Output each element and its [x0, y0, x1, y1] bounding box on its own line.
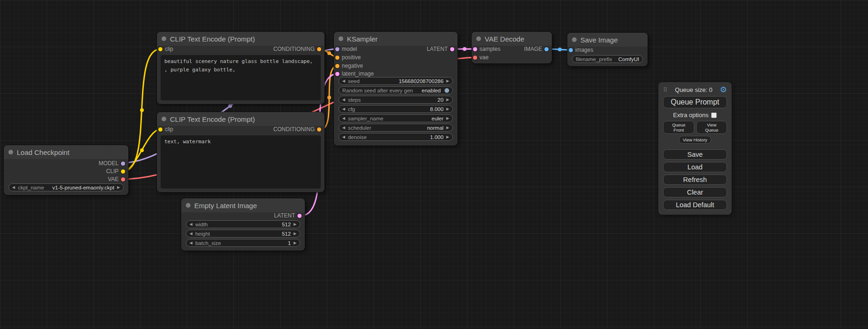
- output-dot-model-icon[interactable]: [121, 161, 125, 166]
- increment-arrow-icon[interactable]: ▶: [446, 135, 449, 139]
- increment-arrow-icon[interactable]: ▶: [294, 241, 296, 245]
- collapse-dot-icon[interactable]: [186, 203, 191, 208]
- decrement-arrow-icon[interactable]: ◀: [342, 117, 345, 120]
- input-slot-positive[interactable]: positive: [335, 54, 361, 61]
- output-dot-latent-icon[interactable]: [450, 47, 454, 51]
- node-load-checkpoint[interactable]: Load Checkpoint MODEL CLIP VAE ◀ c: [4, 145, 128, 195]
- collapse-dot-icon[interactable]: [162, 117, 166, 121]
- widget-filename-prefix[interactable]: filename_prefix ComfyUI: [572, 55, 643, 63]
- queue-front-button[interactable]: Queue Front: [663, 121, 694, 134]
- collapse-dot-icon[interactable]: [339, 36, 343, 41]
- increment-arrow-icon[interactable]: ▶: [117, 186, 120, 189]
- input-dot-conditioning-icon[interactable]: [335, 64, 339, 68]
- input-dot-latent-icon[interactable]: [473, 47, 477, 51]
- input-slot-samples[interactable]: samples: [473, 46, 501, 52]
- node-titlebar[interactable]: CLIP Text Encode (Prompt): [157, 32, 325, 46]
- decrement-arrow-icon[interactable]: ◀: [342, 107, 345, 111]
- widget-random-seed-toggle[interactable]: Random seed after every gen enabled: [339, 86, 453, 94]
- input-slot-vae[interactable]: vae: [473, 54, 488, 61]
- node-titlebar[interactable]: Save Image: [567, 33, 648, 47]
- decrement-arrow-icon[interactable]: ◀: [12, 186, 15, 189]
- output-dot-conditioning-icon[interactable]: [317, 127, 321, 132]
- output-slot-conditioning[interactable]: CONDITIONING: [273, 46, 321, 52]
- refresh-button[interactable]: Refresh: [663, 175, 727, 185]
- output-dot-latent-icon[interactable]: [297, 214, 302, 218]
- output-slot-model[interactable]: MODEL: [99, 160, 125, 167]
- input-slot-clip[interactable]: clip: [158, 126, 173, 133]
- node-ksampler[interactable]: KSampler model LATENT positive negative: [334, 32, 458, 146]
- input-dot-image-icon[interactable]: [569, 48, 573, 52]
- output-slot-latent[interactable]: LATENT: [274, 212, 302, 219]
- collapse-dot-icon[interactable]: [8, 150, 13, 154]
- increment-arrow-icon[interactable]: ▶: [294, 223, 296, 226]
- output-slot-conditioning[interactable]: CONDITIONING: [273, 126, 321, 133]
- node-titlebar[interactable]: CLIP Text Encode (Prompt): [157, 112, 325, 126]
- increment-arrow-icon[interactable]: ▶: [446, 126, 449, 130]
- collapse-dot-icon[interactable]: [476, 36, 481, 41]
- decrement-arrow-icon[interactable]: ◀: [342, 79, 345, 83]
- input-slot-clip[interactable]: clip: [158, 46, 173, 52]
- widget-batch-size[interactable]: ◀ batch_size 1 ▶: [186, 239, 300, 247]
- node-clip-text-encode-negative[interactable]: CLIP Text Encode (Prompt) clip CONDITION…: [157, 112, 325, 192]
- settings-gear-icon[interactable]: ⚙: [720, 86, 727, 94]
- output-dot-clip-icon[interactable]: [121, 169, 125, 174]
- node-empty-latent-image[interactable]: Empty Latent Image LATENT ◀ width 512 ▶ …: [181, 198, 305, 251]
- input-dot-conditioning-icon[interactable]: [335, 56, 339, 60]
- input-dot-clip-icon[interactable]: [158, 47, 162, 51]
- prompt-textarea[interactable]: text, watermark: [161, 135, 321, 189]
- widget-scheduler[interactable]: ◀ scheduler normal ▶: [339, 124, 453, 132]
- input-dot-latent-icon[interactable]: [335, 72, 339, 76]
- collapse-dot-icon[interactable]: [162, 36, 166, 41]
- widget-width[interactable]: ◀ width 512 ▶: [186, 220, 300, 228]
- input-dot-vae-icon[interactable]: [473, 56, 477, 60]
- input-slot-negative[interactable]: negative: [335, 63, 363, 69]
- increment-arrow-icon[interactable]: ▶: [446, 117, 449, 120]
- input-dot-model-icon[interactable]: [335, 47, 339, 51]
- collapse-dot-icon[interactable]: [572, 37, 577, 42]
- save-button[interactable]: Save: [663, 149, 727, 160]
- increment-arrow-icon[interactable]: ▶: [446, 79, 449, 83]
- node-clip-text-encode-positive[interactable]: CLIP Text Encode (Prompt) clip CONDITION…: [157, 32, 325, 104]
- decrement-arrow-icon[interactable]: ◀: [342, 126, 345, 130]
- load-default-button[interactable]: Load Default: [663, 200, 727, 210]
- widget-height[interactable]: ◀ height 512 ▶: [186, 230, 300, 238]
- output-dot-image-icon[interactable]: [544, 47, 549, 51]
- widget-sampler-name[interactable]: ◀ sampler_name euler ▶: [339, 114, 453, 122]
- output-dot-vae-icon[interactable]: [121, 177, 125, 182]
- widget-steps[interactable]: ◀ steps 20 ▶: [339, 96, 453, 104]
- toggle-dot-icon[interactable]: [445, 88, 449, 93]
- widget-denoise[interactable]: ◀ denoise 1.000 ▶: [339, 133, 453, 141]
- node-titlebar[interactable]: Load Checkpoint: [4, 145, 128, 159]
- widget-cfg[interactable]: ◀ cfg 8.000 ▶: [339, 105, 453, 113]
- increment-arrow-icon[interactable]: ▶: [446, 107, 449, 111]
- queue-prompt-button[interactable]: Queue Prompt: [663, 96, 727, 108]
- decrement-arrow-icon[interactable]: ◀: [190, 223, 192, 226]
- load-button[interactable]: Load: [663, 162, 727, 172]
- graph-canvas[interactable]: Load Checkpoint MODEL CLIP VAE ◀ c: [0, 0, 868, 329]
- input-slot-model[interactable]: model: [335, 46, 357, 52]
- node-titlebar[interactable]: Empty Latent Image: [181, 198, 305, 212]
- extra-options-checkbox[interactable]: [711, 112, 717, 118]
- input-slot-images[interactable]: images: [569, 47, 593, 53]
- output-slot-latent[interactable]: LATENT: [427, 46, 454, 52]
- widget-ckpt-name[interactable]: ◀ ckpt_name v1-5-pruned-emaonly.ckpt ▶: [8, 183, 124, 191]
- view-history-button[interactable]: View History: [679, 136, 711, 144]
- increment-arrow-icon[interactable]: ▶: [446, 98, 449, 102]
- node-vae-decode[interactable]: VAE Decode samples IMAGE vae: [472, 32, 552, 63]
- input-slot-latent-image[interactable]: latent_image: [335, 70, 374, 77]
- input-dot-clip-icon[interactable]: [158, 127, 162, 132]
- decrement-arrow-icon[interactable]: ◀: [342, 98, 345, 102]
- output-slot-clip[interactable]: CLIP: [106, 168, 125, 175]
- increment-arrow-icon[interactable]: ▶: [294, 232, 296, 236]
- decrement-arrow-icon[interactable]: ◀: [190, 241, 192, 245]
- output-slot-image[interactable]: IMAGE: [524, 46, 549, 52]
- widget-seed[interactable]: ◀ seed 156680208700286 ▶: [339, 77, 453, 85]
- output-dot-conditioning-icon[interactable]: [317, 47, 321, 51]
- clear-button[interactable]: Clear: [663, 187, 727, 197]
- prompt-textarea[interactable]: beautiful scenery nature glass bottle la…: [161, 55, 321, 100]
- decrement-arrow-icon[interactable]: ◀: [190, 232, 192, 236]
- output-slot-vae[interactable]: VAE: [108, 176, 125, 182]
- decrement-arrow-icon[interactable]: ◀: [342, 135, 345, 139]
- node-save-image[interactable]: Save Image images filename_prefix ComfyU…: [567, 33, 648, 66]
- node-titlebar[interactable]: KSampler: [334, 32, 458, 46]
